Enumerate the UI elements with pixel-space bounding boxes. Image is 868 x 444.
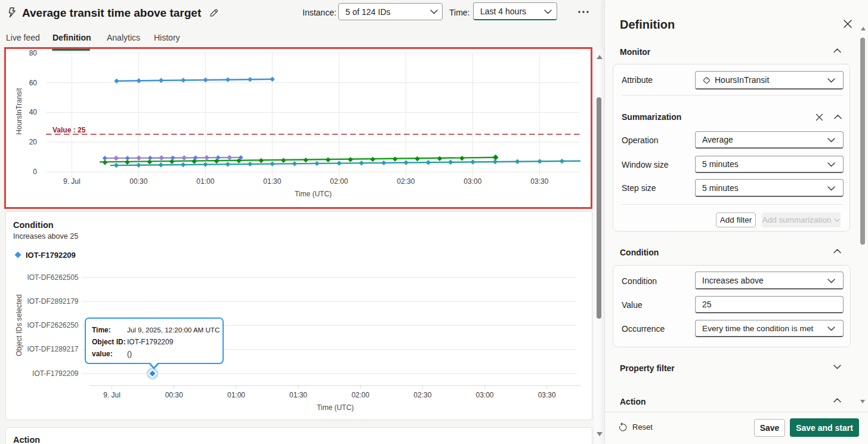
svg-text:IOT-DF2626250: IOT-DF2626250: [27, 321, 78, 329]
svg-text:03:00: 03:00: [464, 177, 481, 186]
svg-text:IOT-DF2892179: IOT-DF2892179: [27, 297, 78, 306]
svg-text:00:30: 00:30: [129, 177, 147, 186]
svg-text:0: 0: [33, 168, 37, 176]
svg-text:02:00: 02:00: [351, 391, 369, 399]
svg-text:01:30: 01:30: [289, 391, 307, 399]
svg-text:01:30: 01:30: [263, 177, 281, 186]
svg-text:03:30: 03:30: [530, 177, 548, 186]
svg-text:02:30: 02:30: [397, 177, 415, 186]
svg-text:20: 20: [29, 138, 38, 146]
svg-text:HoursInTransit: HoursInTransit: [15, 88, 23, 135]
svg-text:02:30: 02:30: [413, 391, 431, 399]
svg-text:40: 40: [29, 108, 38, 116]
svg-text:9. Jul: 9. Jul: [103, 391, 121, 399]
svg-text:03:30: 03:30: [538, 391, 556, 399]
svg-text:60: 60: [29, 79, 38, 87]
svg-text:Time (UTC): Time (UTC): [317, 403, 354, 412]
svg-text:02:00: 02:00: [330, 177, 348, 186]
svg-text:IOT-F1792209: IOT-F1792209: [32, 369, 79, 378]
svg-text:Value : 25: Value : 25: [52, 126, 86, 134]
svg-text:03:00: 03:00: [475, 391, 493, 399]
svg-text:IOT-DF6262505: IOT-DF6262505: [27, 273, 78, 282]
svg-text:00:30: 00:30: [165, 391, 183, 399]
svg-text:80: 80: [29, 49, 38, 57]
svg-text:9. Jul: 9. Jul: [63, 177, 81, 186]
svg-text:01:00: 01:00: [227, 391, 245, 399]
svg-text:01:00: 01:00: [196, 177, 214, 186]
svg-text:IOT-DF1289217: IOT-DF1289217: [27, 345, 78, 353]
svg-text:Time (UTC): Time (UTC): [295, 190, 332, 198]
svg-text:Object IDs selected: Object IDs selected: [15, 294, 23, 356]
